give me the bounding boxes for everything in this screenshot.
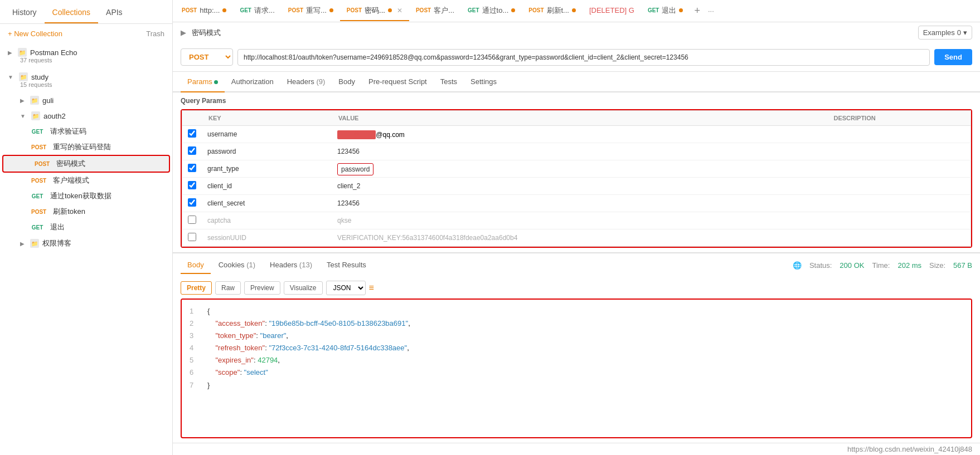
response-body-controls: Pretty Raw Preview Visualize JSON XML Te…	[173, 277, 980, 299]
folder-icon: 📁	[19, 72, 28, 81]
more-tabs-button[interactable]: ···	[705, 7, 717, 15]
collection-title: Postman Echo	[30, 48, 77, 57]
row-check	[182, 212, 202, 229]
response-header: Body Cookies (1) Headers (13) Test Resul…	[173, 253, 980, 277]
tab-body[interactable]: Body	[332, 72, 362, 92]
query-params-section: Query Params KEY VALUE DESCRIPTION usern…	[173, 92, 980, 252]
request-item-post-client[interactable]: POST 客户端模式	[0, 173, 172, 188]
new-collection-button[interactable]: New Collection	[8, 30, 62, 38]
tab-pre-request[interactable]: Pre-request Script	[362, 72, 434, 92]
collection-subtitle: 15 requests	[20, 81, 164, 88]
send-button[interactable]: Send	[934, 49, 972, 65]
tab-params[interactable]: Params	[181, 72, 225, 92]
request-label: 客户端模式	[53, 175, 89, 185]
tab-history[interactable]: History	[4, 0, 45, 23]
folder-icon: 📁	[30, 96, 39, 105]
tab-post-http[interactable]: POST http:...	[175, 2, 233, 20]
response-tab-body[interactable]: Body	[181, 257, 211, 274]
status-bar: https://blog.csdn.net/weixin_42410j848	[173, 443, 980, 455]
close-tab-icon[interactable]: ✕	[397, 7, 402, 14]
request-item-post-refresh[interactable]: POST 刷新token	[0, 204, 172, 219]
response-tab-headers[interactable]: Headers (13)	[263, 257, 319, 274]
request-item-get-captcha[interactable]: GET 请求验证码	[0, 124, 172, 139]
request-label: 密码模式	[56, 159, 85, 169]
request-item-get-token-data[interactable]: GET 通过token获取数据	[0, 188, 172, 204]
collection-header: ▼ 📁 study	[8, 72, 164, 81]
tab-headers[interactable]: Headers (9)	[280, 72, 332, 92]
tab-get-token[interactable]: GET 通过to...	[461, 1, 522, 21]
request-label: 刷新token	[53, 207, 85, 217]
response-code-container: 1{ 2 "access_token": "19b6e85b-bcff-45e0…	[181, 299, 972, 438]
trash-button[interactable]: Trash	[146, 30, 164, 38]
method-select[interactable]: POST GET PUT DELETE	[181, 48, 233, 66]
tab-authorization[interactable]: Authorization	[225, 72, 280, 92]
param-checkbox[interactable]	[188, 216, 196, 224]
tab-collections[interactable]: Collections	[45, 0, 98, 23]
folder-guli[interactable]: ▶ 📁 guli	[0, 92, 172, 108]
wrap-icon[interactable]: ≡	[369, 283, 374, 293]
param-checkbox[interactable]	[188, 181, 196, 189]
response-code: 1{ 2 "access_token": "19b6e85b-bcff-45e0…	[182, 300, 971, 397]
main-content: POST http:... GET 请求... POST 重写... POST …	[173, 0, 980, 455]
param-checkbox[interactable]	[188, 146, 196, 155]
format-preview-btn[interactable]: Preview	[244, 281, 280, 295]
param-checkbox[interactable]	[188, 233, 196, 241]
table-header-row: KEY VALUE DESCRIPTION	[182, 111, 971, 126]
url-input[interactable]	[237, 49, 930, 66]
add-tab-button[interactable]: +	[690, 5, 705, 17]
format-select[interactable]: JSON XML Text	[326, 281, 366, 295]
examples-count: 0	[957, 28, 961, 37]
tab-settings[interactable]: Settings	[464, 72, 503, 92]
param-value-redacted: **	[337, 130, 376, 139]
request-label: 通过token获取数据	[50, 191, 111, 201]
response-tabs: Body Cookies (1) Headers (13) Test Resul…	[181, 257, 373, 274]
collection-postman-echo[interactable]: ▶ 📁 Postman Echo 37 requests	[0, 43, 172, 68]
param-value-cell: **@qq.com	[332, 126, 827, 143]
size-value: 567 B	[953, 261, 972, 270]
sidebar: History Collections APIs New Collection …	[0, 0, 173, 455]
folder-icon: 📁	[30, 239, 39, 248]
tab-label: 退出	[662, 6, 676, 16]
param-checkbox[interactable]	[188, 164, 196, 172]
request-tabs-bar: POST http:... GET 请求... POST 重写... POST …	[173, 0, 980, 22]
request-title: ▶ 密码模式	[181, 27, 221, 38]
format-raw-btn[interactable]: Raw	[215, 281, 241, 295]
tab-label: 刷新t...	[547, 6, 569, 16]
collection-header: ▶ 📁 Postman Echo	[8, 48, 164, 57]
param-value: VERIFICATION_KEY:56a31374600f4a318fdeae0…	[332, 229, 827, 247]
tab-tests[interactable]: Tests	[434, 72, 464, 92]
param-value-cell: password	[332, 160, 827, 178]
request-item-post-rewrite[interactable]: POST 重写的验证码登陆	[0, 139, 172, 155]
tab-get-logout[interactable]: GET 退出	[641, 1, 690, 21]
code-line-5: 5 "expires_in": 42794,	[190, 354, 963, 366]
time-value: 202 ms	[897, 261, 921, 270]
param-value: client_2	[332, 178, 827, 195]
tab-label: 密码...	[365, 6, 385, 16]
request-item-get-logout[interactable]: GET 退出	[0, 219, 172, 235]
request-item-post-password[interactable]: POST 密码模式	[2, 155, 170, 173]
collection-study[interactable]: ▼ 📁 study 15 requests	[0, 68, 172, 92]
status-label: Status:	[809, 261, 832, 270]
tab-post-client[interactable]: POST 客户...	[409, 1, 461, 21]
tab-post-rewrite[interactable]: POST 重写...	[282, 1, 340, 21]
tab-apis[interactable]: APIs	[98, 0, 130, 23]
status-dot	[388, 8, 392, 12]
format-pretty-btn[interactable]: Pretty	[181, 281, 212, 295]
folder-aouth2[interactable]: ▼ 📁 aouth2	[0, 108, 172, 124]
tab-deleted[interactable]: [DELETED] G	[583, 2, 641, 20]
response-tab-test[interactable]: Test Results	[320, 257, 373, 274]
format-visualize-btn[interactable]: Visualize	[284, 281, 323, 295]
examples-button[interactable]: Examples 0 ▾	[918, 26, 972, 40]
tab-label: 客户...	[434, 6, 454, 16]
table-row: username **@qq.com	[182, 126, 971, 143]
tab-post-refresh[interactable]: POST 刷新t...	[522, 1, 583, 21]
tab-get-request[interactable]: GET 请求...	[233, 1, 281, 21]
tab-post-password[interactable]: POST 密码... ✕	[340, 1, 409, 21]
param-checkbox[interactable]	[188, 129, 196, 138]
code-line-1: 1{	[190, 305, 963, 317]
param-key: sessionUUID	[202, 229, 332, 247]
param-checkbox[interactable]	[188, 198, 196, 207]
folder-quanxian[interactable]: ▶ 📁 权限博客	[0, 235, 172, 252]
row-check	[182, 126, 202, 143]
response-tab-cookies[interactable]: Cookies (1)	[212, 257, 262, 274]
